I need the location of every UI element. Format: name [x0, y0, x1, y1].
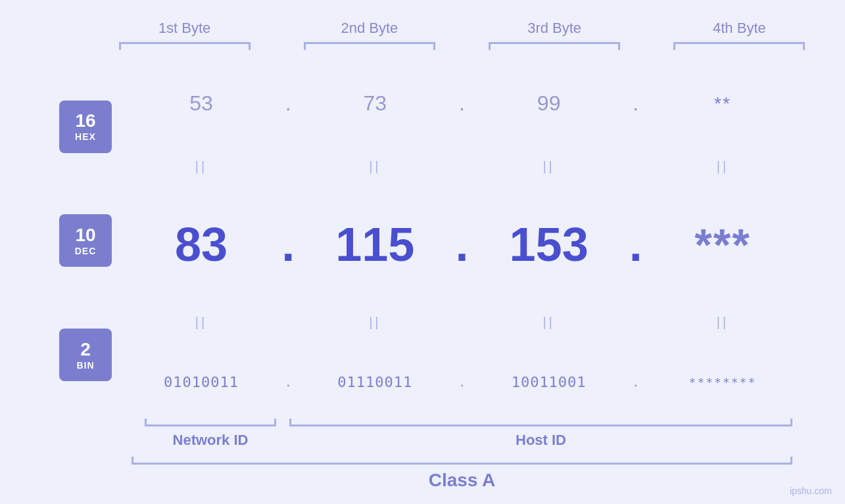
bracket-3 [489, 42, 620, 50]
hex-dot3: . [623, 91, 649, 116]
bin-b4-cell: ******** [657, 375, 788, 389]
eq1-dot2 [448, 159, 475, 174]
dec-badge: 10 DEC [59, 214, 112, 267]
bin-badge-number: 2 [80, 340, 91, 360]
bin-row: 01010011 . 01110011 . 10011001 . [132, 373, 792, 390]
hex-badge: 16 HEX [59, 101, 112, 153]
bin-badge-label: BIN [76, 360, 94, 371]
bracket-2 [304, 42, 435, 50]
bin-dot2: . [448, 373, 475, 390]
dec-b3: 153 [510, 218, 589, 271]
bottom-brackets: Network ID Host ID [132, 419, 792, 449]
byte2-header: 2nd Byte [304, 20, 435, 37]
eq1-b3: || [483, 159, 615, 174]
dec-badge-label: DEC [75, 246, 97, 256]
host-id-bracket-wrap: Host ID [289, 419, 792, 449]
bin-b2: 01110011 [337, 374, 412, 390]
bin-b3-cell: 10011001 [483, 374, 615, 390]
class-bracket [132, 457, 792, 465]
dec-dot1: . [275, 218, 301, 271]
bottom-section: Network ID Host ID Class A [53, 419, 792, 491]
hex-badge-number: 16 [75, 111, 95, 131]
hex-b3: 99 [537, 91, 561, 116]
network-id-bracket [145, 419, 276, 426]
byte1-header: 1st Byte [119, 20, 251, 37]
eq1-b1: || [135, 159, 267, 174]
eq2-b2: || [309, 315, 441, 330]
dec-dot3: . [623, 218, 649, 271]
hex-b1-cell: 53 [135, 91, 267, 116]
eq2-dot1 [275, 315, 301, 330]
main-container: 1st Byte 2nd Byte 3rd Byte 4th Byte 16 H… [0, 0, 845, 504]
hex-b2-cell: 73 [309, 91, 441, 116]
byte3-header: 3rd Byte [489, 20, 620, 37]
dec-b4-cell: *** [657, 219, 788, 270]
hex-b1: 53 [189, 91, 213, 116]
class-label: Class A [429, 470, 496, 491]
badges-column: 16 HEX 10 DEC 2 BIN [53, 70, 132, 412]
hex-b4: ** [714, 93, 731, 114]
hex-row: 53 . 73 . 99 . ** [132, 91, 792, 116]
network-id-bracket-wrap: Network ID [132, 419, 289, 449]
dec-b3-cell: 153 [483, 218, 615, 271]
bin-b2-cell: 01110011 [309, 374, 441, 390]
hex-dot2: . [448, 91, 475, 116]
equals-row-2: || || || || [132, 315, 792, 330]
dec-dot2: . [448, 218, 475, 271]
eq1-dot1 [275, 159, 301, 174]
bin-dot3: . [623, 373, 649, 390]
host-id-bracket [289, 419, 792, 426]
dec-b2-cell: 115 [309, 218, 441, 271]
hex-b3-cell: 99 [483, 91, 615, 116]
bracket-4 [673, 42, 805, 50]
eq2-b1: || [135, 315, 267, 330]
dec-b4: *** [694, 219, 750, 270]
dec-badge-number: 10 [75, 225, 95, 246]
class-section: Class A [132, 457, 792, 491]
byte4-header: 4th Byte [673, 20, 805, 37]
dec-row: 83 . 115 . 153 . *** [132, 218, 792, 271]
eq2-b3: || [483, 315, 615, 330]
network-id-label: Network ID [173, 432, 249, 449]
eq2-dot2 [448, 315, 475, 330]
watermark: ipshu.com [790, 486, 832, 496]
bin-b1-cell: 01010011 [135, 374, 267, 390]
hex-b4-cell: ** [657, 93, 788, 114]
equals-row-1: || || || || [132, 159, 792, 174]
bracket-1 [119, 42, 251, 50]
eq2-b4: || [657, 315, 788, 330]
dec-b2: 115 [335, 218, 414, 271]
eq2-dot3 [623, 315, 649, 330]
dec-b1-cell: 83 [135, 218, 267, 271]
bin-dot1: . [275, 373, 301, 390]
hex-dot1: . [275, 91, 301, 116]
bin-b3: 10011001 [512, 374, 587, 390]
eq1-b4: || [657, 159, 788, 174]
host-id-label: Host ID [516, 432, 566, 449]
bin-badge: 2 BIN [59, 329, 112, 381]
hex-b2: 73 [364, 91, 387, 116]
hex-badge-label: HEX [75, 131, 96, 142]
dec-b1: 83 [175, 218, 228, 271]
content-area: 16 HEX 10 DEC 2 BIN 53 . [53, 70, 792, 412]
bin-b4: ******** [689, 375, 757, 389]
byte-headers: 1st Byte 2nd Byte 3rd Byte 4th Byte [92, 20, 832, 37]
values-grid: 53 . 73 . 99 . ** [132, 70, 792, 412]
top-bracket-row [92, 42, 832, 50]
eq1-b2: || [309, 159, 441, 174]
bin-b1: 01010011 [164, 374, 239, 390]
eq1-dot3 [623, 159, 649, 174]
